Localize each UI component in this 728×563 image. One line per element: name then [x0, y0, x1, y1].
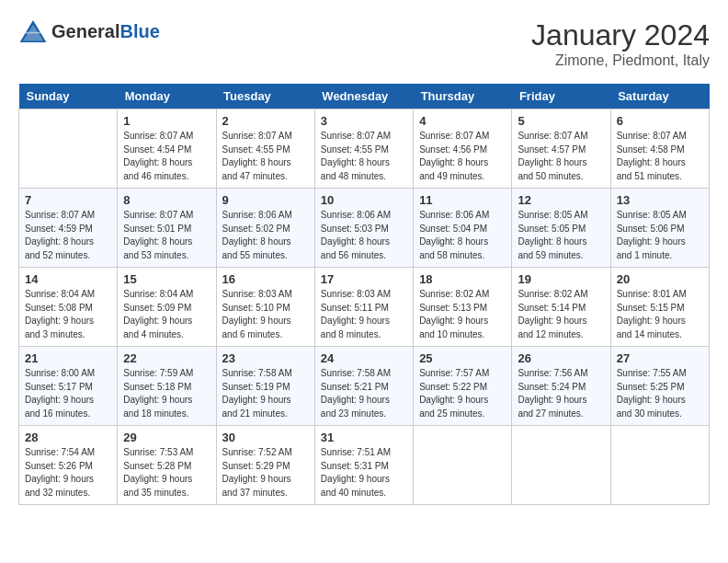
calendar-cell: 18 Sunrise: 8:02 AMSunset: 5:13 PMDaylig…: [414, 268, 512, 347]
day-number: 17: [321, 272, 407, 286]
day-number: 5: [518, 114, 604, 128]
day-number: 25: [419, 351, 506, 365]
day-number: 21: [25, 351, 111, 365]
calendar-cell: 20 Sunrise: 8:01 AMSunset: 5:15 PMDaylig…: [610, 268, 709, 347]
day-number: 31: [321, 431, 407, 444]
day-number: 30: [222, 431, 309, 444]
day-info: Sunrise: 8:06 AMSunset: 5:03 PMDaylight:…: [321, 209, 407, 262]
calendar-cell: 5 Sunrise: 8:07 AMSunset: 4:57 PMDayligh…: [512, 109, 610, 189]
calendar-cell: 22 Sunrise: 7:59 AMSunset: 5:18 PMDaylig…: [118, 347, 216, 426]
day-number: 10: [321, 193, 407, 207]
day-info: Sunrise: 7:51 AMSunset: 5:31 PMDaylight:…: [321, 446, 407, 500]
calendar-cell: 31 Sunrise: 7:51 AMSunset: 5:31 PMDaylig…: [314, 426, 413, 505]
day-number: 7: [25, 193, 111, 207]
day-info: Sunrise: 8:07 AMSunset: 4:59 PMDaylight:…: [25, 209, 111, 262]
day-info: Sunrise: 7:53 AMSunset: 5:28 PMDaylight:…: [123, 446, 210, 500]
day-info: Sunrise: 8:03 AMSunset: 5:11 PMDaylight:…: [321, 288, 407, 341]
title-block: January 2024 Zimone, Piedmont, Italy: [531, 18, 710, 69]
calendar-cell: 8 Sunrise: 8:07 AMSunset: 5:01 PMDayligh…: [118, 189, 216, 268]
day-info: Sunrise: 7:58 AMSunset: 5:21 PMDaylight:…: [321, 367, 407, 420]
month-title: January 2024: [531, 18, 710, 52]
calendar-cell: 4 Sunrise: 8:07 AMSunset: 4:56 PMDayligh…: [414, 109, 512, 189]
weekday-header: Friday: [512, 84, 610, 109]
day-number: 14: [25, 272, 111, 286]
calendar-cell: 7 Sunrise: 8:07 AMSunset: 4:59 PMDayligh…: [19, 189, 118, 268]
day-info: Sunrise: 8:07 AMSunset: 4:54 PMDaylight:…: [123, 130, 210, 183]
day-info: Sunrise: 8:00 AMSunset: 5:17 PMDaylight:…: [25, 367, 111, 420]
calendar-cell: 27 Sunrise: 7:55 AMSunset: 5:25 PMDaylig…: [610, 347, 709, 426]
calendar-cell: 10 Sunrise: 8:06 AMSunset: 5:03 PMDaylig…: [314, 189, 413, 268]
calendar-cell: [19, 109, 118, 189]
day-info: Sunrise: 8:02 AMSunset: 5:13 PMDaylight:…: [419, 288, 506, 341]
calendar-cell: 19 Sunrise: 8:02 AMSunset: 5:14 PMDaylig…: [512, 268, 610, 347]
weekday-header: Monday: [118, 84, 216, 109]
day-info: Sunrise: 8:04 AMSunset: 5:08 PMDaylight:…: [25, 288, 111, 341]
day-number: 9: [222, 193, 309, 207]
day-info: Sunrise: 7:57 AMSunset: 5:22 PMDaylight:…: [419, 367, 506, 420]
day-number: 15: [123, 272, 210, 286]
day-number: 11: [419, 193, 506, 207]
calendar-cell: 9 Sunrise: 8:06 AMSunset: 5:02 PMDayligh…: [216, 189, 314, 268]
calendar-week-row: 28 Sunrise: 7:54 AMSunset: 5:26 PMDaylig…: [19, 426, 710, 505]
day-number: 24: [321, 351, 407, 365]
day-number: 13: [617, 193, 703, 207]
day-info: Sunrise: 8:07 AMSunset: 4:56 PMDaylight:…: [419, 130, 506, 183]
day-info: Sunrise: 8:05 AMSunset: 5:06 PMDaylight:…: [617, 209, 703, 262]
day-number: 19: [518, 272, 604, 286]
calendar-cell: 12 Sunrise: 8:05 AMSunset: 5:05 PMDaylig…: [512, 189, 610, 268]
weekday-header: Tuesday: [216, 84, 314, 109]
calendar-cell: 30 Sunrise: 7:52 AMSunset: 5:29 PMDaylig…: [216, 426, 314, 505]
day-info: Sunrise: 8:07 AMSunset: 4:58 PMDaylight:…: [617, 130, 703, 183]
day-info: Sunrise: 8:02 AMSunset: 5:14 PMDaylight:…: [518, 288, 604, 341]
day-number: 8: [123, 193, 210, 207]
day-info: Sunrise: 8:07 AMSunset: 4:55 PMDaylight:…: [321, 130, 407, 183]
day-info: Sunrise: 8:07 AMSunset: 4:57 PMDaylight:…: [518, 130, 604, 183]
day-number: 27: [617, 351, 703, 365]
calendar-cell: 11 Sunrise: 8:06 AMSunset: 5:04 PMDaylig…: [414, 189, 512, 268]
weekday-header: Sunday: [19, 84, 118, 109]
day-info: Sunrise: 7:52 AMSunset: 5:29 PMDaylight:…: [222, 446, 309, 500]
day-number: 26: [518, 351, 604, 365]
calendar-cell: 3 Sunrise: 8:07 AMSunset: 4:55 PMDayligh…: [314, 109, 413, 189]
weekday-header: Saturday: [610, 84, 709, 109]
weekday-header-row: SundayMondayTuesdayWednesdayThursdayFrid…: [19, 84, 710, 109]
day-number: 6: [617, 114, 703, 128]
calendar-cell: [610, 426, 709, 505]
calendar-cell: 25 Sunrise: 7:57 AMSunset: 5:22 PMDaylig…: [414, 347, 512, 426]
weekday-header: Wednesday: [314, 84, 413, 109]
page-header: GeneralBlue January 2024 Zimone, Piedmon…: [18, 18, 710, 69]
logo-blue-text: Blue: [119, 22, 159, 40]
day-number: 16: [222, 272, 309, 286]
logo-icon: [18, 18, 48, 44]
day-info: Sunrise: 8:01 AMSunset: 5:15 PMDaylight:…: [617, 288, 703, 341]
calendar-week-row: 1 Sunrise: 8:07 AMSunset: 4:54 PMDayligh…: [19, 109, 710, 189]
day-number: 20: [617, 272, 703, 286]
day-number: 29: [123, 431, 210, 444]
day-number: 3: [321, 114, 407, 128]
calendar-cell: 24 Sunrise: 7:58 AMSunset: 5:21 PMDaylig…: [314, 347, 413, 426]
calendar-cell: 23 Sunrise: 7:58 AMSunset: 5:19 PMDaylig…: [216, 347, 314, 426]
calendar-cell: 16 Sunrise: 8:03 AMSunset: 5:10 PMDaylig…: [216, 268, 314, 347]
day-number: 22: [123, 351, 210, 365]
logo-general-text: General: [51, 22, 119, 40]
location-title: Zimone, Piedmont, Italy: [531, 52, 710, 69]
calendar-cell: 29 Sunrise: 7:53 AMSunset: 5:28 PMDaylig…: [118, 426, 216, 505]
calendar-cell: [414, 426, 512, 505]
calendar-cell: 15 Sunrise: 8:04 AMSunset: 5:09 PMDaylig…: [118, 268, 216, 347]
day-info: Sunrise: 7:59 AMSunset: 5:18 PMDaylight:…: [123, 367, 210, 420]
calendar-cell: 14 Sunrise: 8:04 AMSunset: 5:08 PMDaylig…: [19, 268, 118, 347]
calendar-cell: 13 Sunrise: 8:05 AMSunset: 5:06 PMDaylig…: [610, 189, 709, 268]
weekday-header: Thursday: [414, 84, 512, 109]
day-number: 18: [419, 272, 506, 286]
day-info: Sunrise: 8:06 AMSunset: 5:02 PMDaylight:…: [222, 209, 309, 262]
day-info: Sunrise: 8:07 AMSunset: 4:55 PMDaylight:…: [222, 130, 309, 183]
calendar-cell: 17 Sunrise: 8:03 AMSunset: 5:11 PMDaylig…: [314, 268, 413, 347]
calendar-week-row: 14 Sunrise: 8:04 AMSunset: 5:08 PMDaylig…: [19, 268, 710, 347]
calendar-week-row: 7 Sunrise: 8:07 AMSunset: 4:59 PMDayligh…: [19, 189, 710, 268]
day-info: Sunrise: 7:55 AMSunset: 5:25 PMDaylight:…: [617, 367, 703, 420]
day-number: 23: [222, 351, 309, 365]
day-number: 28: [25, 431, 111, 444]
day-number: 2: [222, 114, 309, 128]
day-info: Sunrise: 7:58 AMSunset: 5:19 PMDaylight:…: [222, 367, 309, 420]
calendar-table: SundayMondayTuesdayWednesdayThursdayFrid…: [18, 84, 710, 505]
